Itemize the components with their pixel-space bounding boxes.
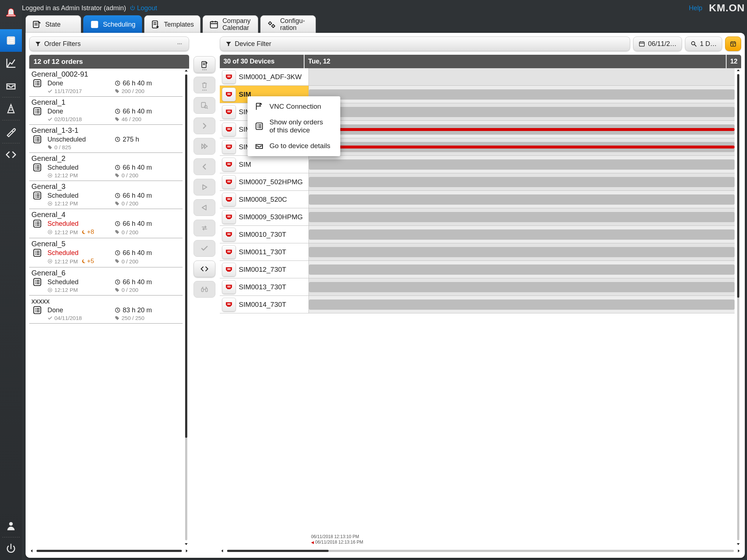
sidebar-item-list[interactable]: [0, 29, 22, 52]
device-tile[interactable]: [222, 140, 236, 154]
order-sub: 02/01/2018: [47, 116, 113, 122]
device-tile[interactable]: [222, 245, 236, 259]
play-circle-icon: [47, 259, 53, 264]
device-tile[interactable]: [222, 263, 236, 277]
machine-icon: [224, 143, 234, 151]
tab-label: Configu- ration: [280, 18, 305, 31]
device-row[interactable]: SIM0014_730T: [220, 296, 467, 313]
sidebar-item-chart[interactable]: [0, 52, 22, 74]
device-tile[interactable]: [222, 210, 236, 224]
order-duration: 275 h: [115, 136, 180, 143]
device-name: SIM0008_520C: [239, 196, 287, 204]
tab-templates[interactable]: Templates: [144, 15, 200, 34]
order-qty: 0 / 200: [115, 287, 180, 293]
tab-state[interactable]: State: [26, 15, 81, 34]
list-icon: [31, 163, 43, 172]
timeline-cell[interactable]: [309, 261, 467, 278]
timeline-cell[interactable]: [309, 208, 467, 225]
order-status: Done: [47, 306, 113, 314]
device-row[interactable]: SIM0001_ADF-3KW: [220, 68, 467, 86]
order-name: General_1-3-1: [31, 126, 180, 135]
more-icon: [176, 40, 184, 47]
tag-icon: [115, 201, 120, 206]
device-row[interactable]: SIM0008_520C: [220, 191, 467, 208]
tag-icon: [115, 173, 120, 178]
device-row[interactable]: SIM0007_502HPMG: [220, 173, 467, 191]
device-row[interactable]: SIM0012_730T: [220, 261, 467, 278]
device-row[interactable]: SIM0011_730T: [220, 243, 467, 261]
device-name: SIM0012_730T: [239, 266, 286, 274]
sidebar-item-code[interactable]: [0, 143, 22, 166]
clock-icon: [115, 80, 120, 86]
device-tile[interactable]: [222, 193, 236, 206]
order-status: Scheduled: [47, 220, 113, 228]
ctx-vnc-connection[interactable]: VNC Connection: [248, 99, 340, 115]
device-tile[interactable]: [222, 228, 236, 242]
device-row[interactable]: SIM: [220, 156, 467, 173]
devices-column: Device Filter 06/11/2… 1 D… 30 of 30 Dev…: [220, 36, 467, 350]
timeline-cell[interactable]: [309, 191, 467, 208]
code-icon: [200, 265, 208, 273]
action-code[interactable]: [194, 260, 215, 277]
order-sub: 12:12 PM: [47, 200, 113, 206]
order-filters-button[interactable]: Order Filters: [29, 36, 189, 51]
ctx-show-orders-of-device[interactable]: Show only orders of this device: [248, 115, 340, 138]
device-row[interactable]: SIM0013_730T: [220, 278, 467, 296]
orders-scrollbar[interactable]: [183, 69, 189, 350]
order-item[interactable]: General_0002-91 Done 66 h 40 m 11/17/201…: [29, 69, 183, 97]
sidebar-item-screwdriver[interactable]: [0, 120, 22, 143]
order-item[interactable]: xxxxx Done 83 h 20 m 04/11/2018 250 / 25…: [29, 296, 183, 324]
timeline-cell[interactable]: [309, 278, 467, 296]
tab-configuration[interactable]: Configu- ration: [260, 15, 316, 34]
order-qty: 0 / 200: [115, 258, 180, 264]
device-filter-button[interactable]: Device Filter: [220, 36, 467, 51]
machine-icon: [224, 196, 234, 204]
device-tile[interactable]: [222, 88, 236, 101]
order-sub: 12:12 PM+8: [47, 228, 113, 236]
order-item[interactable]: General_6 Scheduled 66 h 40 m 12:12 PM 0…: [29, 267, 183, 296]
order-item[interactable]: General_3 Scheduled 66 h 40 m 12:12 PM 0…: [29, 181, 183, 209]
sidebar-item-alarm[interactable]: [0, 0, 22, 23]
order-name: General_5: [31, 240, 180, 248]
timeline-cell[interactable]: [309, 68, 467, 85]
device-tile[interactable]: [222, 280, 236, 294]
tab-label: Company Calendar: [222, 18, 250, 31]
order-item[interactable]: General_1 Done 66 h 40 m 02/01/2018 46 /…: [29, 97, 183, 125]
device-row[interactable]: SIM0009_530HPMG: [220, 208, 467, 226]
action-add[interactable]: [194, 56, 215, 73]
order-item[interactable]: General_2 Scheduled 66 h 40 m 12:12 PM 0…: [29, 153, 183, 181]
device-row[interactable]: SIM0010_730T: [220, 226, 467, 243]
logout-button[interactable]: Logout: [130, 4, 157, 12]
sidebar-item-cone[interactable]: [0, 97, 22, 120]
order-name: General_0002-91: [31, 70, 180, 78]
action-play: [194, 179, 215, 196]
order-item[interactable]: General_4 Scheduled 66 h 40 m 12:12 PM+8…: [29, 209, 183, 238]
sidebar-item-tray[interactable]: [0, 74, 22, 97]
order-qty: 0 / 200: [115, 200, 180, 206]
timeline-cell[interactable]: [309, 173, 467, 190]
order-item[interactable]: General_1-3-1 Unscheduled 275 h 0 / 825: [29, 125, 183, 153]
device-tile[interactable]: [222, 70, 236, 84]
device-tile[interactable]: [222, 298, 236, 312]
order-item[interactable]: General_5 Scheduled 66 h 40 m 12:12 PM+5…: [29, 238, 183, 267]
action-swap: [194, 220, 215, 236]
tag-icon: [115, 117, 120, 122]
logged-in-label: Logged in as Admin Istrator (admin): [22, 4, 126, 12]
tag-icon: [115, 229, 120, 235]
tab-scheduling[interactable]: Scheduling: [83, 15, 142, 34]
timeline-cell[interactable]: [309, 243, 467, 260]
device-tile[interactable]: [222, 158, 236, 171]
order-qty: 200 / 200: [115, 88, 180, 94]
list-icon: [31, 191, 43, 200]
list-icon: [90, 20, 99, 29]
device-tile[interactable]: [222, 123, 236, 136]
timeline-cell[interactable]: [309, 226, 467, 243]
tab-company-calendar[interactable]: Company Calendar: [203, 15, 258, 34]
device-tile[interactable]: [222, 105, 236, 119]
timeline-cell[interactable]: [309, 156, 467, 173]
device-name: SIM0014_730T: [239, 301, 286, 309]
scroll-up-icon[interactable]: [184, 69, 189, 73]
ctx-device-details[interactable]: Go to device details: [248, 138, 340, 154]
timeline-cell[interactable]: [309, 296, 467, 313]
device-tile[interactable]: [222, 175, 236, 189]
